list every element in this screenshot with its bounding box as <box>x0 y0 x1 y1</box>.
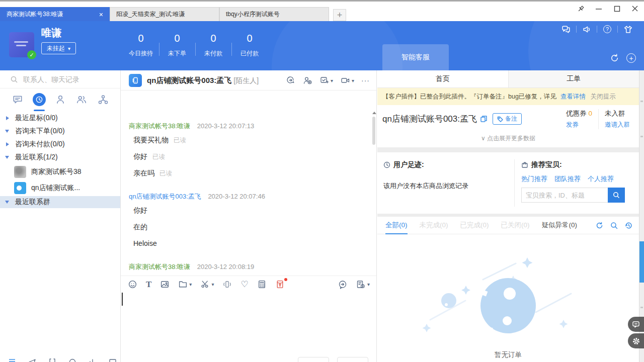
tree-group-no-order[interactable]: 咨询未下单(0/0) <box>0 125 121 138</box>
tree-group-recent[interactable]: 最近联系(1/2) <box>0 151 121 164</box>
chart-icon[interactable] <box>89 358 97 362</box>
more-icon[interactable]: ··· <box>359 76 372 84</box>
notification-dot <box>284 278 287 281</box>
skin-icon[interactable] <box>623 24 633 34</box>
invite-group-link[interactable]: 邀请入群 <box>605 121 630 129</box>
history-icon[interactable] <box>624 221 633 230</box>
favorite-icon[interactable]: ♡ <box>240 279 248 290</box>
app-tab-active[interactable]: 商家测试帐号38:唯谦 × <box>0 7 110 21</box>
search-input[interactable] <box>23 75 109 83</box>
tab-close-icon[interactable]: × <box>99 11 103 19</box>
chat-panel: qn店铺测试账号003:孟飞[陌生人] ▾ ▾ ··· 商家测试帐号38: <box>121 70 377 362</box>
stat-paid[interactable]: 0 已付款 <box>231 32 268 58</box>
tree-group-recent-groups[interactable]: 最近联系群 <box>0 196 121 208</box>
tab-org-icon[interactable] <box>96 92 111 107</box>
main-header: ✓ 唯谦 未挂起 ▾ 0 今日接待 0 未下单 0 未付款 0 已付款 <box>0 21 644 70</box>
add-person-icon[interactable] <box>300 75 314 85</box>
stat-no-order[interactable]: 0 未下单 <box>159 32 195 58</box>
monitor-icon[interactable] <box>109 358 117 362</box>
chat-toolbar: T ▾ ▾ ♡ <box>121 276 377 293</box>
hot-recommend-link[interactable]: 热门推荐 <box>521 174 547 184</box>
floating-chat-button[interactable] <box>628 317 644 332</box>
search-icon[interactable] <box>610 221 618 230</box>
order-tab-closed[interactable]: 已关闭(0) <box>501 217 530 234</box>
read-receipt: 已读 <box>152 153 165 160</box>
new-tab-button[interactable]: + <box>333 9 346 21</box>
refresh-icon[interactable] <box>595 221 604 230</box>
copy-icon[interactable] <box>480 115 488 123</box>
coupon-cell: 优惠券0 发券 <box>560 109 598 129</box>
calculator-icon[interactable] <box>257 280 267 289</box>
bag-icon <box>521 161 528 168</box>
send-coupon-link[interactable]: 发券 <box>566 121 592 129</box>
message-input[interactable] <box>121 293 377 362</box>
dismiss-notice-link[interactable]: 关闭提示 <box>591 93 616 101</box>
transfer-chat-icon[interactable] <box>283 75 297 85</box>
item-search <box>521 188 625 203</box>
add-plugin-icon[interactable]: + <box>626 53 636 63</box>
menu-icon[interactable] <box>8 358 16 362</box>
note-button[interactable]: 备注 <box>493 113 522 125</box>
contact-item[interactable]: qn店铺测试账... <box>0 180 121 196</box>
sound-icon[interactable] <box>582 24 592 34</box>
chevron-down-icon: ∨ <box>481 135 486 142</box>
buzz-icon[interactable] <box>222 280 232 289</box>
minimize-icon[interactable] <box>595 5 603 13</box>
tree-group-starred[interactable]: 最近星标(0/0) <box>0 112 121 125</box>
personal-recommend-link[interactable]: 个人推荐 <box>588 174 614 184</box>
section-divider <box>377 147 639 152</box>
order-tab-all[interactable]: 全部(0) <box>385 217 408 234</box>
contact-item[interactable]: 商家测试帐号38 <box>0 164 121 180</box>
emoji-icon[interactable] <box>128 280 137 289</box>
floating-settings-button[interactable] <box>628 333 644 348</box>
task-dropdown[interactable]: ▾ <box>317 75 335 85</box>
tab-contacts-icon[interactable] <box>53 92 68 107</box>
item-search-button[interactable] <box>608 188 625 203</box>
help-icon[interactable]: ? <box>602 24 612 34</box>
order-tab-abnormal[interactable]: 疑似异常(0) <box>542 217 578 234</box>
video-dropdown[interactable]: ▾ <box>338 75 356 85</box>
tab-smart-service[interactable]: 智能客服 <box>382 44 449 70</box>
pin-icon[interactable] <box>577 5 585 13</box>
order-tab-finished[interactable]: 已完成(0) <box>460 217 489 234</box>
chat-history-dropdown[interactable]: ▾ <box>356 280 370 290</box>
search-icon <box>10 75 18 83</box>
item-search-input[interactable] <box>521 188 608 203</box>
footprint-empty-text: 该用户没有本店商品浏览记录 <box>383 182 468 191</box>
stat-today[interactable]: 0 今日接待 <box>123 32 159 58</box>
file-dropdown[interactable]: ▾ <box>178 280 192 289</box>
circle-icon[interactable] <box>68 358 76 362</box>
tab-home[interactable]: 首页 <box>377 70 508 87</box>
refresh-icon[interactable] <box>610 53 619 63</box>
close-chat-button[interactable] <box>298 357 329 362</box>
maximize-icon[interactable] <box>613 5 621 13</box>
sidebar-nav-tabs <box>0 88 121 111</box>
close-icon[interactable] <box>631 5 639 13</box>
view-details-link[interactable]: 查看详情 <box>560 93 586 101</box>
send-icon[interactable] <box>28 358 36 362</box>
tab-conversations-icon[interactable] <box>10 92 25 107</box>
avatar[interactable]: ✓ <box>9 32 34 57</box>
stat-unpaid[interactable]: 0 未付款 <box>195 32 231 58</box>
image-icon[interactable] <box>160 280 170 289</box>
quick-reply-icon[interactable] <box>338 280 348 290</box>
red-envelope-icon[interactable] <box>275 280 285 289</box>
app-tab-2[interactable]: 阳凌_天猫卖家_测试:唯谦 <box>110 7 219 21</box>
send-button[interactable] <box>337 357 368 362</box>
brackets-icon[interactable] <box>48 358 56 362</box>
sidebar: 最近星标(0/0) 咨询未下单(0/0) 咨询未付款(0/0) 最近联系(1/2… <box>0 70 121 362</box>
app-tab-3[interactable]: tbqy小程序测试账号 <box>219 7 329 21</box>
tree-group-unpaid[interactable]: 咨询未付款(0/0) <box>0 138 121 151</box>
order-tab-unfinished[interactable]: 未完成(0) <box>420 217 448 234</box>
text-format-icon[interactable]: T <box>146 280 151 290</box>
message-list: 商家测试帐号38:唯谦 2020-3-12 20:07:13 我要买礼物已读 你… <box>121 90 377 276</box>
screenshot-dropdown[interactable]: ▾ <box>200 280 214 289</box>
tab-recent-icon[interactable] <box>32 92 47 107</box>
tab-workorder[interactable]: 工单 <box>508 70 639 87</box>
status-dropdown[interactable]: 未挂起 ▾ <box>41 42 76 54</box>
tab-groups-icon[interactable] <box>74 92 89 107</box>
team-recommend-link[interactable]: 团队推荐 <box>554 174 581 184</box>
expand-more-button[interactable]: ∨ 点击展开更多数据 <box>377 134 639 143</box>
conversations-icon[interactable] <box>561 24 571 34</box>
chat-scrollbar[interactable] <box>371 112 376 276</box>
